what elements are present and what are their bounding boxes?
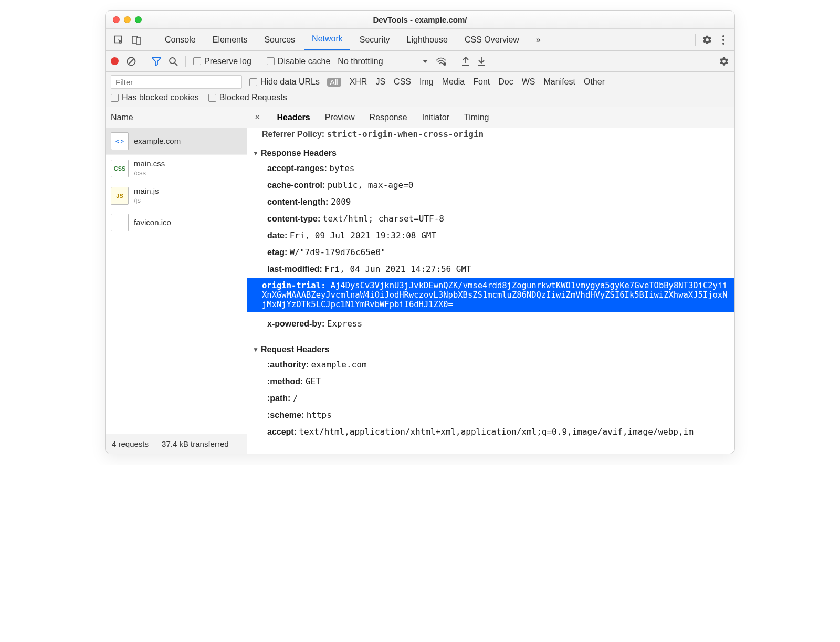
header-key: :authority: <box>267 360 311 369</box>
tab-css-overview[interactable]: CSS Overview <box>457 29 527 50</box>
request-row[interactable]: JSmain.js/js <box>106 182 247 209</box>
header-value: example.com <box>311 360 367 370</box>
record-button[interactable] <box>111 57 119 65</box>
filter-type-css[interactable]: CSS <box>394 77 411 87</box>
checkbox-icon <box>111 94 119 102</box>
header-key: last-modified: <box>267 265 324 273</box>
disclosure-triangle-icon: ▼ <box>253 346 259 353</box>
header-line-origin-trial[interactable]: origin-trial: Aj4DysCv3VjknU3jJvkDEwnQZK… <box>247 278 734 312</box>
footer-request-count: 4 requests <box>106 434 155 454</box>
filter-type-font[interactable]: Font <box>473 77 490 87</box>
detail-tab-preview[interactable]: Preview <box>325 107 355 128</box>
disclosure-triangle-icon: ▼ <box>253 150 259 157</box>
header-line[interactable]: content-type: text/html; charset=UTF-8 <box>253 211 729 227</box>
close-window-button[interactable] <box>113 16 120 23</box>
svg-point-3 <box>722 35 724 37</box>
tab-lighthouse[interactable]: Lighthouse <box>400 29 455 50</box>
has-blocked-cookies-checkbox[interactable]: Has blocked cookies <box>111 93 199 102</box>
preserve-log-label: Preserve log <box>204 57 251 66</box>
filter-type-img[interactable]: Img <box>419 77 434 87</box>
headers-body[interactable]: Referrer Policy: strict-origin-when-cros… <box>247 128 734 454</box>
filter-funnel-icon[interactable] <box>152 57 161 66</box>
header-line[interactable]: :scheme: https <box>253 407 729 424</box>
header-line[interactable]: :path: / <box>253 390 729 407</box>
maximize-window-button[interactable] <box>135 16 142 23</box>
tab-elements[interactable]: Elements <box>205 29 255 50</box>
close-details-button[interactable]: × <box>250 112 265 123</box>
header-value: Fri, 04 Jun 2021 14:27:56 GMT <box>324 264 471 274</box>
detail-tab-initiator[interactable]: Initiator <box>422 107 449 128</box>
header-line[interactable]: last-modified: Fri, 04 Jun 2021 14:27:56… <box>253 261 729 278</box>
filter-type-manifest[interactable]: Manifest <box>543 77 575 87</box>
disable-cache-checkbox[interactable]: Disable cache <box>267 57 331 66</box>
detail-tab-timing[interactable]: Timing <box>464 107 489 128</box>
request-list-footer: 4 requests 37.4 kB transferred <box>106 434 247 454</box>
file-type-icon <box>111 214 129 231</box>
filter-type-js[interactable]: JS <box>375 77 385 87</box>
devtools-window: DevTools - example.com/ ConsoleElementsS… <box>105 10 735 454</box>
header-line[interactable]: :authority: example.com <box>253 356 729 373</box>
request-row[interactable]: < >example.com <box>106 128 247 155</box>
dropdown-caret-icon[interactable] <box>422 58 428 65</box>
device-toolbar-icon[interactable] <box>129 32 144 48</box>
header-line[interactable]: content-length: 2009 <box>253 194 729 211</box>
header-line[interactable]: x-powered-by: Express <box>253 315 729 332</box>
upload-har-icon[interactable] <box>461 57 470 66</box>
tab-security[interactable]: Security <box>352 29 397 50</box>
preserve-log-checkbox[interactable]: Preserve log <box>193 57 251 66</box>
request-row[interactable]: favicon.ico <box>106 209 247 236</box>
header-value: public, max-age=0 <box>328 180 414 190</box>
header-value: Express <box>327 319 362 329</box>
network-toolbar: Preserve log Disable cache No throttling <box>106 51 734 72</box>
network-conditions-icon[interactable] <box>436 57 446 66</box>
header-line[interactable]: etag: W/"7d9-179d76c65e0" <box>253 244 729 261</box>
header-key: x-powered-by: <box>267 319 327 328</box>
header-line[interactable]: :method: GET <box>253 373 729 390</box>
settings-gear-icon[interactable] <box>702 35 712 45</box>
checkbox-icon <box>267 57 275 65</box>
network-settings-gear-icon[interactable] <box>719 56 729 67</box>
header-key: accept-ranges: <box>267 164 329 173</box>
kebab-menu-icon[interactable] <box>722 35 725 45</box>
detail-tab-headers[interactable]: Headers <box>277 107 310 128</box>
inspect-element-icon[interactable] <box>111 32 127 48</box>
request-headers-section[interactable]: ▼ Request Headers <box>253 343 729 356</box>
tab-network[interactable]: Network <box>304 29 350 50</box>
clear-icon[interactable] <box>126 56 136 67</box>
throttling-select[interactable]: No throttling <box>338 57 383 66</box>
detail-tab-response[interactable]: Response <box>370 107 407 128</box>
separator <box>259 56 259 67</box>
tab-sources[interactable]: Sources <box>257 29 302 50</box>
filter-type-xhr[interactable]: XHR <box>350 77 368 87</box>
window-controls <box>106 16 142 23</box>
blocked-requests-label: Blocked Requests <box>219 93 287 102</box>
tab-console[interactable]: Console <box>158 29 203 50</box>
filter-type-other[interactable]: Other <box>584 77 605 87</box>
filter-type-ws[interactable]: WS <box>522 77 536 87</box>
filter-type-doc[interactable]: Doc <box>498 77 513 87</box>
header-value: Fri, 09 Jul 2021 19:32:08 GMT <box>290 230 436 240</box>
request-path: /js <box>134 196 159 205</box>
header-key: cache-control: <box>267 181 328 190</box>
header-key: content-type: <box>267 214 323 223</box>
filter-input[interactable] <box>111 75 242 89</box>
minimize-window-button[interactable] <box>124 16 131 23</box>
blocked-requests-checkbox[interactable]: Blocked Requests <box>208 93 287 102</box>
response-headers-section[interactable]: ▼ Response Headers <box>253 146 729 160</box>
request-row[interactable]: CSSmain.css/css <box>106 155 247 182</box>
search-icon[interactable] <box>169 57 178 66</box>
filter-type-all[interactable]: All <box>327 78 341 87</box>
download-har-icon[interactable] <box>477 57 486 66</box>
header-line[interactable]: date: Fri, 09 Jul 2021 19:32:08 GMT <box>253 227 729 244</box>
request-details-panel: × HeadersPreviewResponseInitiatorTiming … <box>247 107 734 454</box>
request-list-header[interactable]: Name <box>106 107 247 128</box>
hide-data-urls-checkbox[interactable]: Hide data URLs <box>249 77 320 87</box>
tabs-overflow-button[interactable]: » <box>529 29 548 50</box>
file-type-icon: CSS <box>111 160 129 177</box>
header-line[interactable]: accept-ranges: bytes <box>253 160 729 177</box>
filter-type-media[interactable]: Media <box>442 77 465 87</box>
separator <box>151 34 151 46</box>
header-line[interactable]: cache-control: public, max-age=0 <box>253 177 729 194</box>
header-line[interactable]: accept: text/html,application/xhtml+xml,… <box>253 424 729 440</box>
svg-point-4 <box>722 39 724 41</box>
